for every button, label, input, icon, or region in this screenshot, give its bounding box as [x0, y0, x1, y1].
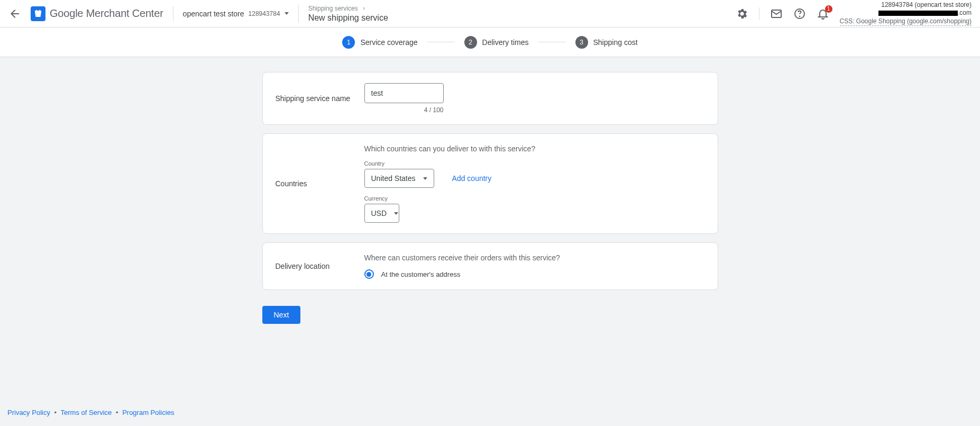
- breadcrumb-parent[interactable]: Shipping services: [308, 5, 358, 12]
- countries-question: Which countries can you deliver to with …: [364, 144, 705, 153]
- step-number: 2: [464, 36, 477, 49]
- account-info: 128943784 (opencart test store) .com CSS…: [840, 1, 972, 26]
- delivery-location-question: Where can customers receive their orders…: [364, 253, 705, 262]
- card-delivery-location: Delivery location Where can customers re…: [262, 242, 718, 290]
- chevron-right-icon: [361, 6, 367, 11]
- mail-icon[interactable]: [770, 7, 783, 20]
- caret-down-icon: [423, 177, 427, 180]
- divider: [759, 7, 759, 20]
- program-policies-link[interactable]: Program Policies: [122, 409, 174, 416]
- step-delivery-times[interactable]: 2 Delivery times: [464, 36, 529, 49]
- step-shipping-cost[interactable]: 3 Shipping cost: [575, 36, 638, 49]
- label-shipping-service-name: Shipping service name: [276, 94, 351, 103]
- country-field-label: Country: [364, 160, 705, 167]
- stepper: 1 Service coverage 2 Delivery times 3 Sh…: [0, 28, 980, 57]
- label-delivery-location: Delivery location: [276, 262, 330, 270]
- currency-select[interactable]: USD: [364, 204, 399, 223]
- top-bar: Google Merchant Center opencart test sto…: [0, 0, 980, 28]
- step-service-coverage[interactable]: 1 Service coverage: [342, 36, 417, 49]
- footer-links: Privacy Policy • Terms of Service • Prog…: [7, 409, 174, 416]
- divider: [173, 6, 173, 21]
- caret-down-icon: [285, 12, 289, 15]
- step-number: 1: [342, 36, 355, 49]
- radio-checked-icon: [367, 272, 371, 277]
- step-connector: [427, 42, 455, 42]
- breadcrumb-block: Shipping services New shipping service: [298, 5, 388, 23]
- caret-down-icon: [394, 212, 398, 215]
- terms-of-service-link[interactable]: Terms of Service: [61, 409, 112, 416]
- shipping-service-name-input[interactable]: [364, 83, 444, 103]
- settings-icon[interactable]: [736, 7, 748, 20]
- page-title: New shipping service: [308, 13, 388, 23]
- card-countries: Countries Which countries can you delive…: [262, 133, 718, 234]
- card-shipping-service-name: Shipping service name 4 / 100: [262, 72, 718, 125]
- char-counter: 4 / 100: [364, 106, 444, 114]
- step-connector: [538, 42, 566, 42]
- css-shopping-line: CSS: Google Shopping (google.com/shoppin…: [840, 17, 972, 26]
- app-name: Google Merchant Center: [50, 7, 163, 20]
- notification-badge: 1: [825, 5, 832, 13]
- store-name: opencart test store: [183, 10, 244, 18]
- back-arrow-icon[interactable]: [8, 7, 21, 20]
- notifications-icon[interactable]: 1: [817, 7, 829, 20]
- label-countries: Countries: [276, 179, 307, 188]
- merchant-center-tag-icon: [31, 6, 45, 21]
- add-country-link[interactable]: Add country: [452, 174, 492, 183]
- currency-field-label: Currency: [364, 195, 705, 202]
- step-number: 3: [575, 36, 588, 49]
- main-area: Shipping service name 4 / 100 Countries …: [0, 57, 980, 426]
- svg-point-2: [799, 16, 800, 16]
- help-icon[interactable]: [793, 7, 806, 20]
- account-line1: 128943784 (opencart test store): [840, 1, 972, 10]
- next-button[interactable]: Next: [262, 306, 301, 324]
- store-id: 128943784: [249, 10, 280, 17]
- privacy-policy-link[interactable]: Privacy Policy: [7, 409, 50, 416]
- radio-customer-address-label: At the customer's address: [381, 270, 461, 278]
- country-select[interactable]: United States: [364, 169, 434, 188]
- app-logo: Google Merchant Center: [31, 6, 163, 21]
- store-selector[interactable]: opencart test store 128943784: [183, 10, 289, 18]
- redacted-email: [878, 11, 958, 16]
- radio-customer-address[interactable]: [364, 269, 374, 279]
